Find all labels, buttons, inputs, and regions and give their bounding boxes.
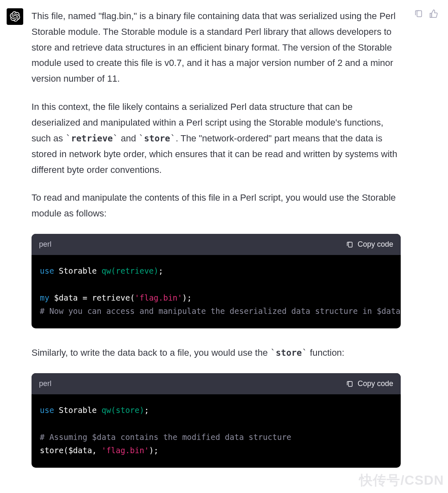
code-block: perl Copy code use Storable qw(retrieve)… — [32, 234, 401, 328]
paragraph: In this context, the file likely contain… — [32, 99, 401, 177]
inline-code: store — [276, 348, 302, 358]
svg-rect-0 — [348, 242, 352, 247]
code-content[interactable]: use Storable qw(store); # Assuming $data… — [32, 394, 401, 468]
clipboard-icon — [346, 380, 353, 388]
text-fragment: Similarly, to write the data back to a f… — [32, 347, 270, 358]
text-fragment: and — [118, 133, 139, 143]
openai-logo-icon — [10, 11, 20, 22]
code-language-label: perl — [39, 377, 51, 390]
message-row: This file, named "flag.bin," is a binary… — [0, 0, 448, 493]
inline-code: retrieve — [71, 134, 113, 143]
message-content: This file, named "flag.bin," is a binary… — [32, 8, 401, 484]
text-fragment: function: — [307, 347, 344, 358]
svg-rect-1 — [348, 381, 352, 386]
svg-rect-2 — [417, 11, 421, 17]
message-actions — [414, 9, 438, 18]
copy-code-button[interactable]: Copy code — [346, 377, 393, 390]
copy-code-label: Copy code — [358, 377, 393, 390]
assistant-avatar — [7, 8, 23, 25]
paragraph: To read and manipulate the contents of t… — [32, 190, 401, 221]
thumbs-up-icon — [429, 9, 438, 18]
copy-code-label: Copy code — [358, 238, 393, 251]
code-block-header: perl Copy code — [32, 234, 401, 255]
clipboard-icon — [346, 241, 353, 248]
like-button[interactable] — [429, 9, 438, 18]
code-language-label: perl — [39, 238, 51, 251]
copy-message-button[interactable] — [414, 9, 423, 18]
clipboard-icon — [414, 9, 423, 18]
paragraph: Similarly, to write the data back to a f… — [32, 345, 401, 361]
code-block-header: perl Copy code — [32, 373, 401, 394]
code-block: perl Copy code use Storable qw(store); #… — [32, 373, 401, 468]
paragraph: This file, named "flag.bin," is a binary… — [32, 8, 401, 87]
copy-code-button[interactable]: Copy code — [346, 238, 393, 251]
code-content[interactable]: use Storable qw(retrieve); my $data = re… — [32, 255, 401, 328]
inline-code: store — [144, 134, 170, 143]
